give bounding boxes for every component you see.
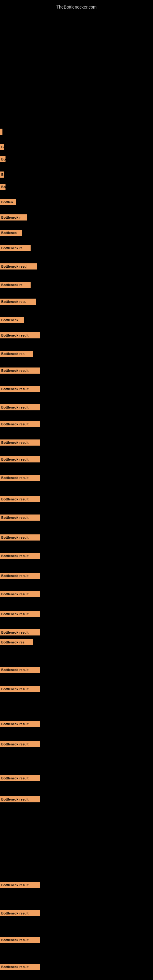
bar-label-1 <box>0 129 2 135</box>
bar-label-17: Bottleneck result <box>0 386 40 392</box>
bar-label-30: Bottleneck result <box>0 629 40 635</box>
bar-label-35: Bottleneck result <box>0 741 40 747</box>
bar-item-26: Bottleneck result <box>0 553 40 560</box>
bar-item-15: Bottleneck res <box>0 351 33 358</box>
bar-item-28: Bottleneck result <box>0 591 40 598</box>
bar-item-21: Bottleneck result <box>0 456 40 464</box>
bar-label-36: Bottleneck result <box>0 775 40 781</box>
bar-label-33: Bottleneck result <box>0 686 40 692</box>
bar-item-16: Bottleneck result <box>0 368 40 375</box>
bar-item-24: Bottleneck result <box>0 514 40 522</box>
bar-label-19: Bottleneck result <box>0 421 40 427</box>
bar-item-37: Bottleneck result <box>0 796 40 803</box>
bar-item-22: Bottleneck result <box>0 475 40 482</box>
bar-item-9: Bottleneck re <box>0 245 30 252</box>
bar-item-8: Bottlenec <box>0 230 22 237</box>
bar-label-12: Bottleneck resu <box>0 299 36 305</box>
bar-label-11: Bottleneck re <box>0 282 30 288</box>
bar-label-27: Bottleneck result <box>0 573 40 579</box>
bar-label-6: Bottlen <box>0 199 16 205</box>
bar-item-1 <box>0 129 2 136</box>
bar-item-38: Bottleneck result <box>0 882 40 889</box>
bar-item-39: Bottleneck result <box>0 910 40 918</box>
bar-label-15: Bottleneck res <box>0 351 33 357</box>
bar-label-2: B <box>0 144 4 150</box>
bar-item-29: Bottleneck result <box>0 611 40 618</box>
bar-item-32: Bottleneck result <box>0 667 40 674</box>
bar-item-36: Bottleneck result <box>0 775 40 783</box>
bar-item-23: Bottleneck result <box>0 496 40 503</box>
bar-label-10: Bottleneck resul <box>0 263 37 269</box>
bar-item-6: Bottlen <box>0 199 16 207</box>
bar-item-41: Bottleneck result <box>0 964 40 971</box>
bar-label-21: Bottleneck result <box>0 456 40 463</box>
bar-item-3: Bo <box>0 156 5 164</box>
bar-item-12: Bottleneck resu <box>0 299 36 306</box>
bar-item-19: Bottleneck result <box>0 421 40 428</box>
bar-item-30: Bottleneck result <box>0 629 40 637</box>
bar-label-20: Bottleneck result <box>0 439 40 445</box>
bar-item-13: Bottleneck <box>0 317 24 324</box>
bar-label-37: Bottleneck result <box>0 796 40 802</box>
bar-item-34: Bottleneck result <box>0 721 40 728</box>
bar-label-38: Bottleneck result <box>0 882 40 888</box>
bar-label-39: Bottleneck result <box>0 910 40 916</box>
bar-label-32: Bottleneck result <box>0 667 40 673</box>
bar-label-13: Bottleneck <box>0 317 24 323</box>
bar-item-18: Bottleneck result <box>0 404 40 412</box>
bar-item-20: Bottleneck result <box>0 439 40 447</box>
bar-item-4: B <box>0 172 4 179</box>
bar-item-11: Bottleneck re <box>0 282 30 289</box>
bar-item-5: Bo <box>0 184 5 191</box>
bar-label-34: Bottleneck result <box>0 721 40 727</box>
bar-label-3: Bo <box>0 156 5 162</box>
bar-label-16: Bottleneck result <box>0 368 40 374</box>
bar-item-27: Bottleneck result <box>0 573 40 580</box>
bar-label-31: Bottleneck res <box>0 639 33 645</box>
bar-label-4: B <box>0 172 4 178</box>
bar-label-23: Bottleneck result <box>0 496 40 502</box>
bar-label-25: Bottleneck result <box>0 535 40 541</box>
bar-label-22: Bottleneck result <box>0 475 40 481</box>
bar-label-26: Bottleneck result <box>0 553 40 559</box>
bar-label-28: Bottleneck result <box>0 591 40 597</box>
bar-item-14: Bottleneck result <box>0 332 40 340</box>
bar-item-33: Bottleneck result <box>0 686 40 694</box>
bar-item-25: Bottleneck result <box>0 535 40 542</box>
bar-label-24: Bottleneck result <box>0 514 40 520</box>
bar-label-14: Bottleneck result <box>0 332 40 339</box>
bar-item-10: Bottleneck resul <box>0 263 37 271</box>
site-title: TheBottlenecker.com <box>0 2 153 13</box>
bar-item-2: B <box>0 144 4 151</box>
bar-label-8: Bottlenec <box>0 230 22 236</box>
bar-item-7: Bottleneck r <box>0 215 27 222</box>
bar-label-9: Bottleneck re <box>0 245 30 251</box>
bar-label-18: Bottleneck result <box>0 404 40 410</box>
bar-label-40: Bottleneck result <box>0 937 40 943</box>
bar-label-7: Bottleneck r <box>0 215 27 221</box>
bar-label-5: Bo <box>0 184 5 190</box>
bar-item-31: Bottleneck res <box>0 639 33 646</box>
bar-item-17: Bottleneck result <box>0 386 40 393</box>
bar-item-35: Bottleneck result <box>0 741 40 748</box>
bar-label-41: Bottleneck result <box>0 964 40 970</box>
bar-label-29: Bottleneck result <box>0 611 40 617</box>
bar-item-40: Bottleneck result <box>0 937 40 944</box>
